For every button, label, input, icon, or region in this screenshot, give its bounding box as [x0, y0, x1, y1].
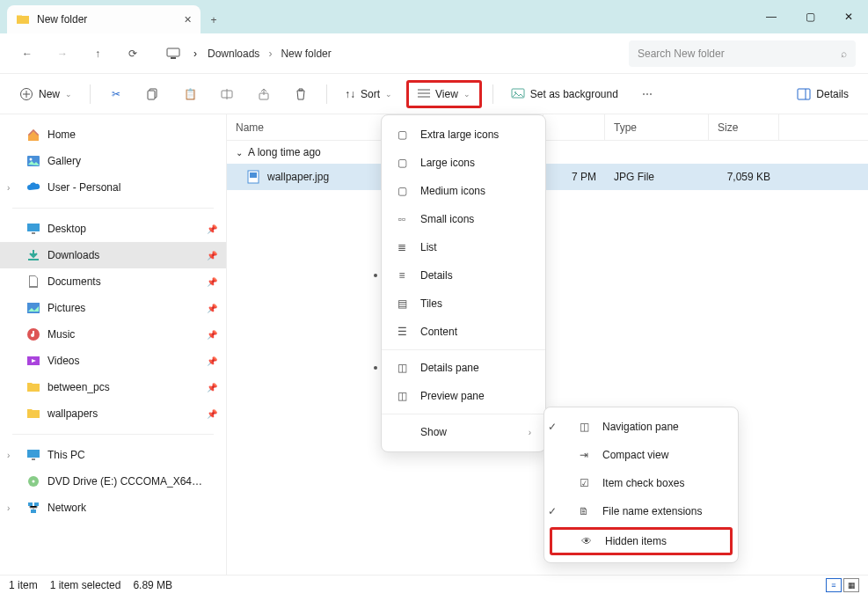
- menu-xl-icons[interactable]: ▢Extra large icons: [382, 121, 545, 149]
- set-background-button[interactable]: Set as background: [504, 80, 625, 108]
- share-button[interactable]: [249, 80, 279, 108]
- videos-icon: [26, 354, 40, 368]
- music-icon: [26, 327, 40, 341]
- new-tab-button[interactable]: +: [201, 7, 227, 33]
- copy-button[interactable]: [138, 80, 168, 108]
- menu-checkboxes[interactable]: ☑Item check boxes: [564, 469, 738, 497]
- sidebar-item-gallery[interactable]: Gallery: [0, 148, 226, 174]
- menu-lg-icons[interactable]: ▢Large icons: [382, 149, 545, 177]
- pin-icon: 📌: [207, 277, 217, 287]
- folder-icon: [26, 407, 40, 421]
- col-type[interactable]: Type: [605, 114, 709, 140]
- chevron-icon[interactable]: ›: [7, 183, 10, 193]
- svg-rect-12: [27, 224, 40, 231]
- menu-details-pane[interactable]: ◫Details pane: [382, 354, 545, 382]
- view-button[interactable]: View⌄: [406, 80, 482, 108]
- pin-icon: 📌: [207, 356, 217, 366]
- refresh-button[interactable]: ⟳: [118, 39, 148, 69]
- menu-content[interactable]: ☰Content: [382, 318, 545, 346]
- details-pane-button[interactable]: Details: [790, 80, 856, 108]
- minimize-button[interactable]: —: [752, 0, 791, 33]
- file-size: 7,059 KB: [709, 171, 779, 183]
- sidebar-item-downloads[interactable]: Downloads📌: [0, 242, 226, 268]
- menu-hidden-items[interactable]: 👁Hidden items: [550, 527, 733, 555]
- menu-md-icons[interactable]: ▢Medium icons: [382, 177, 545, 205]
- svg-rect-26: [250, 172, 257, 178]
- sidebar-item-videos[interactable]: Videos📌: [0, 348, 226, 374]
- icons-view-toggle[interactable]: ▦: [843, 578, 859, 592]
- col-size[interactable]: Size: [709, 114, 779, 140]
- sidebar-item-wallpapers[interactable]: wallpapers📌: [0, 400, 226, 427]
- delete-button[interactable]: [286, 80, 316, 108]
- sidebar-item-user[interactable]: › User - Personal: [0, 174, 226, 201]
- sidebar-item-between[interactable]: between_pcs📌: [0, 374, 226, 400]
- close-window-button[interactable]: ✕: [829, 0, 868, 33]
- downloads-icon: [26, 248, 40, 262]
- pc-icon[interactable]: [158, 39, 188, 69]
- sidebar-item-documents[interactable]: Documents📌: [0, 268, 226, 295]
- details-view-toggle[interactable]: ≡: [826, 578, 842, 592]
- sidebar-item-home[interactable]: Home: [0, 121, 226, 148]
- column-headers[interactable]: Name Type Size: [227, 114, 868, 141]
- status-count: 1 item: [9, 579, 38, 591]
- svg-point-11: [30, 158, 33, 161]
- file-type: JPG File: [605, 171, 709, 183]
- dvd-icon: [26, 474, 40, 488]
- main: Home Gallery › User - Personal Desktop📌 …: [0, 114, 868, 575]
- svg-rect-18: [27, 450, 40, 458]
- close-tab-icon[interactable]: ✕: [184, 14, 192, 26]
- chevron-icon[interactable]: ›: [7, 503, 10, 513]
- menu-show[interactable]: Show›: [382, 418, 545, 446]
- sidebar-item-desktop[interactable]: Desktop📌: [0, 216, 226, 242]
- search-box[interactable]: ⌕: [629, 40, 856, 67]
- window-tab[interactable]: New folder ✕: [7, 5, 201, 33]
- svg-rect-23: [34, 502, 39, 506]
- menu-compact[interactable]: ⇥Compact view: [564, 441, 738, 469]
- crumb-folder[interactable]: New folder: [281, 48, 331, 60]
- menu-list[interactable]: ≣List: [382, 233, 545, 261]
- svg-rect-1: [171, 57, 176, 59]
- breadcrumb[interactable]: Downloads › New folder: [202, 48, 624, 60]
- cut-button[interactable]: ✂: [101, 80, 131, 108]
- status-bar: 1 item 1 item selected 6.89 MB ≡ ▦: [0, 575, 868, 594]
- more-button[interactable]: ⋯: [632, 80, 662, 108]
- up-button[interactable]: ↑: [83, 39, 113, 69]
- chevron-icon[interactable]: ›: [7, 451, 10, 460]
- new-button[interactable]: New ⌄: [12, 80, 79, 108]
- group-header[interactable]: ⌄A long time ago: [227, 141, 868, 164]
- menu-extensions[interactable]: ✓🗎File name extensions: [564, 497, 738, 525]
- sidebar-item-pictures[interactable]: Pictures📌: [0, 295, 226, 321]
- sidebar-item-thispc[interactable]: › This PC: [0, 442, 226, 468]
- back-button[interactable]: ←: [12, 39, 42, 69]
- sidebar-item-network[interactable]: › Network: [0, 495, 226, 521]
- svg-rect-0: [167, 48, 179, 56]
- menu-preview-pane[interactable]: ◫Preview pane: [382, 382, 545, 410]
- search-input[interactable]: [638, 48, 841, 60]
- file-name: wallpaper.jpg: [267, 171, 329, 183]
- onedrive-icon: [26, 180, 40, 194]
- file-row[interactable]: wallpaper.jpg 7 PM JPG File 7,059 KB: [227, 164, 868, 190]
- maximize-button[interactable]: ▢: [791, 0, 829, 33]
- menu-tiles[interactable]: ▤Tiles: [382, 290, 545, 318]
- sort-button[interactable]: ↑↓Sort⌄: [338, 80, 399, 108]
- sidebar-item-music[interactable]: Music📌: [0, 321, 226, 348]
- toolbar: New ⌄ ✂ 📋 ↑↓Sort⌄ View⌄ Set as backgroun…: [0, 74, 868, 114]
- forward-button[interactable]: →: [47, 39, 77, 69]
- window-controls: — ▢ ✕: [752, 0, 868, 33]
- pin-icon: 📌: [207, 224, 217, 234]
- crumb-downloads[interactable]: Downloads: [208, 48, 259, 60]
- folder-icon: [26, 380, 40, 394]
- sidebar-item-dvd[interactable]: DVD Drive (E:) CCCOMA_X64FRE_EN: [0, 468, 226, 495]
- home-icon: [26, 128, 40, 142]
- menu-sm-icons[interactable]: ▫▫Small icons: [382, 205, 545, 233]
- menu-nav-pane[interactable]: ✓◫Navigation pane: [564, 413, 738, 441]
- svg-rect-9: [798, 89, 810, 99]
- pc-icon: [26, 448, 40, 462]
- paste-button[interactable]: 📋: [175, 80, 205, 108]
- menu-details[interactable]: ≡Details: [382, 261, 545, 290]
- rename-button[interactable]: [212, 80, 242, 108]
- pin-icon: 📌: [207, 251, 217, 260]
- col-date[interactable]: [543, 114, 605, 140]
- pin-icon: 📌: [207, 330, 217, 340]
- network-icon: [26, 501, 40, 515]
